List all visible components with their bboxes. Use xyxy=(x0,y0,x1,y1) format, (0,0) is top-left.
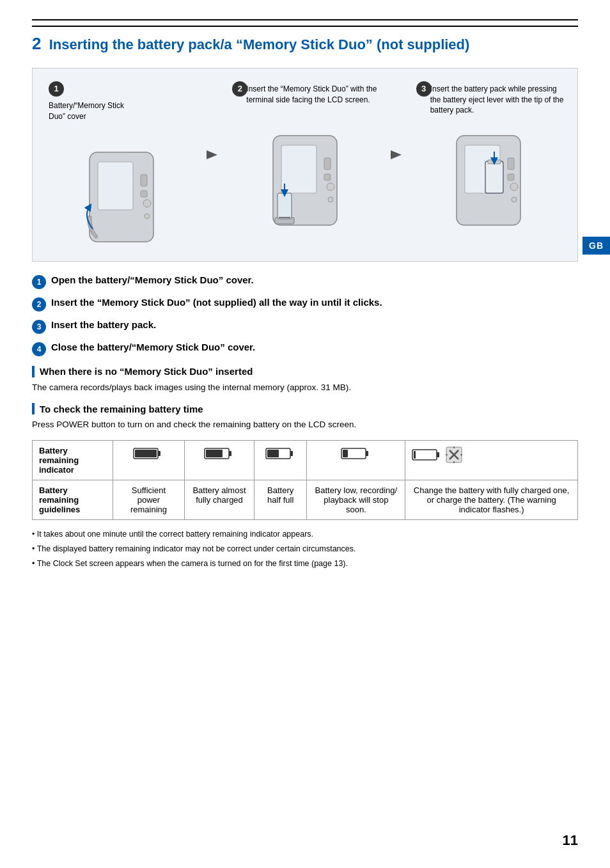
battery-icon-low xyxy=(341,446,371,461)
instruction-badge-3: 3 xyxy=(32,320,46,334)
camera-illustration-1 xyxy=(80,139,163,248)
battery-guideline-col-5: Change the battery with fully charged on… xyxy=(405,480,578,520)
svg-point-11 xyxy=(327,183,334,191)
svg-rect-21 xyxy=(508,174,514,180)
section-header-battery: To check the remaining battery time xyxy=(32,403,578,414)
step-badge-2: 2 xyxy=(232,81,247,97)
battery-table: Battery remaining indicator xyxy=(32,440,578,520)
camera-illustration-3 xyxy=(447,123,530,232)
svg-rect-10 xyxy=(324,174,331,180)
battery-icon-full xyxy=(133,446,164,461)
footnote-3: • The Clock Set screen appears when the … xyxy=(32,557,578,570)
battery-table-header-indicator: Battery remaining indicator xyxy=(33,441,113,480)
footnote-1: • It takes about one minute until the co… xyxy=(32,528,578,541)
section-bar-2 xyxy=(32,403,35,414)
battery-guideline-col-2: Battery almost fully charged xyxy=(185,480,254,520)
battery-icon-3-4 xyxy=(204,446,235,461)
battery-indicator-col-3 xyxy=(254,441,307,480)
arrow-1-2 xyxy=(200,81,226,164)
instruction-text-2: Insert the “Memory Stick Duo” (not suppl… xyxy=(51,297,382,308)
battery-indicator-col-5 xyxy=(405,441,578,480)
svg-point-5 xyxy=(145,214,150,219)
instruction-item-4: 4 Close the battery/“Memory Stick Duo” c… xyxy=(32,342,578,356)
svg-rect-20 xyxy=(508,158,514,170)
camera-illustration-2 xyxy=(263,123,347,232)
battery-icon-warn xyxy=(412,447,442,462)
diagram-step-1: 1 Battery/“Memory StickDuo” cover xyxy=(42,81,200,248)
diagram-step-2: 2 Insert the “Memory Stick Duo” with the… xyxy=(226,81,384,232)
chapter-number: 2 xyxy=(32,34,41,53)
battery-indicator-col-1 xyxy=(113,441,184,480)
battery-table-header-guidelines: Battery remaining guidelines xyxy=(33,480,113,520)
svg-rect-1 xyxy=(98,162,133,210)
chapter-title: 2 Inserting the battery pack/a “Memory S… xyxy=(32,26,578,55)
svg-marker-6 xyxy=(207,150,217,159)
svg-rect-34 xyxy=(290,451,293,456)
section-header-text-2: To check the remaining battery time xyxy=(40,404,203,414)
arrow-2-3 xyxy=(384,81,410,164)
svg-rect-28 xyxy=(158,451,160,456)
instruction-item-3: 3 Insert the battery pack. xyxy=(32,319,578,334)
footnotes: • It takes about one minute until the co… xyxy=(32,528,578,570)
chapter-title-text: Inserting the battery pack/a “Memory Sti… xyxy=(49,36,470,52)
svg-rect-3 xyxy=(141,191,147,197)
svg-point-22 xyxy=(510,183,518,191)
instruction-badge-1: 1 xyxy=(32,275,46,289)
section-body-1: The camera records/plays back images usi… xyxy=(32,381,578,394)
instruction-text-1: Open the battery/“Memory Stick Duo” cove… xyxy=(51,274,254,285)
footnote-2: • The displayed battery remaining indica… xyxy=(32,542,578,555)
instruction-item-2: 2 Insert the “Memory Stick Duo” (not sup… xyxy=(32,297,578,312)
battery-warning-icon xyxy=(445,446,463,464)
battery-indicator-col-2 xyxy=(185,441,254,480)
language-tab: GB xyxy=(583,237,610,255)
svg-rect-38 xyxy=(343,450,348,457)
svg-rect-35 xyxy=(267,450,279,457)
svg-marker-17 xyxy=(391,150,402,159)
instruction-item-1: 1 Open the battery/“Memory Stick Duo” co… xyxy=(32,274,578,289)
svg-rect-8 xyxy=(281,145,317,193)
svg-rect-39 xyxy=(412,450,437,460)
section-bar-1 xyxy=(32,366,35,377)
svg-rect-32 xyxy=(206,450,223,457)
svg-rect-31 xyxy=(229,451,231,456)
section-header-no-memory-stick: When there is no “Memory Stick Duo” inse… xyxy=(32,366,578,377)
page-number: 11 xyxy=(563,832,578,849)
instruction-text-4: Close the battery/“Memory Stick Duo” cov… xyxy=(51,342,255,352)
svg-point-23 xyxy=(512,197,517,202)
instruction-text-3: Insert the battery pack. xyxy=(51,319,156,330)
title-divider xyxy=(32,19,578,20)
svg-rect-2 xyxy=(141,175,147,186)
svg-rect-29 xyxy=(135,450,157,457)
step-3-caption: Insert the battery pack while pressing t… xyxy=(410,83,568,118)
instruction-badge-4: 4 xyxy=(32,342,46,356)
section-body-2: Press POWER button to turn on and check … xyxy=(32,418,578,431)
battery-guideline-col-1: Sufficient power remaining xyxy=(113,480,184,520)
diagram-step-3: 3 Insert the battery pack while pressing… xyxy=(410,81,568,232)
svg-rect-9 xyxy=(324,158,331,170)
section-header-text-1: When there is no “Memory Stick Duo” inse… xyxy=(40,366,253,377)
battery-guideline-col-3: Battery half full xyxy=(254,480,307,520)
svg-rect-24 xyxy=(485,161,503,193)
svg-rect-41 xyxy=(414,451,416,459)
diagram-box: 1 Battery/“Memory StickDuo” cover xyxy=(32,68,578,262)
svg-rect-37 xyxy=(366,451,368,456)
step-badge-1: 1 xyxy=(49,81,64,97)
instruction-badge-2: 2 xyxy=(32,297,46,312)
svg-point-4 xyxy=(143,200,151,207)
svg-rect-14 xyxy=(278,193,292,219)
svg-point-12 xyxy=(328,197,333,202)
battery-guideline-col-4: Battery low, recording/ playback will st… xyxy=(307,480,405,520)
step-2-caption: Insert the “Memory Stick Duo” with the t… xyxy=(226,83,384,118)
battery-indicator-col-4 xyxy=(307,441,405,480)
step-1-caption: Battery/“Memory StickDuo” cover xyxy=(42,99,200,134)
step-badge-3: 3 xyxy=(416,81,432,97)
svg-rect-40 xyxy=(437,452,439,457)
battery-icon-half xyxy=(265,446,296,461)
instructions-list: 1 Open the battery/“Memory Stick Duo” co… xyxy=(32,274,578,356)
